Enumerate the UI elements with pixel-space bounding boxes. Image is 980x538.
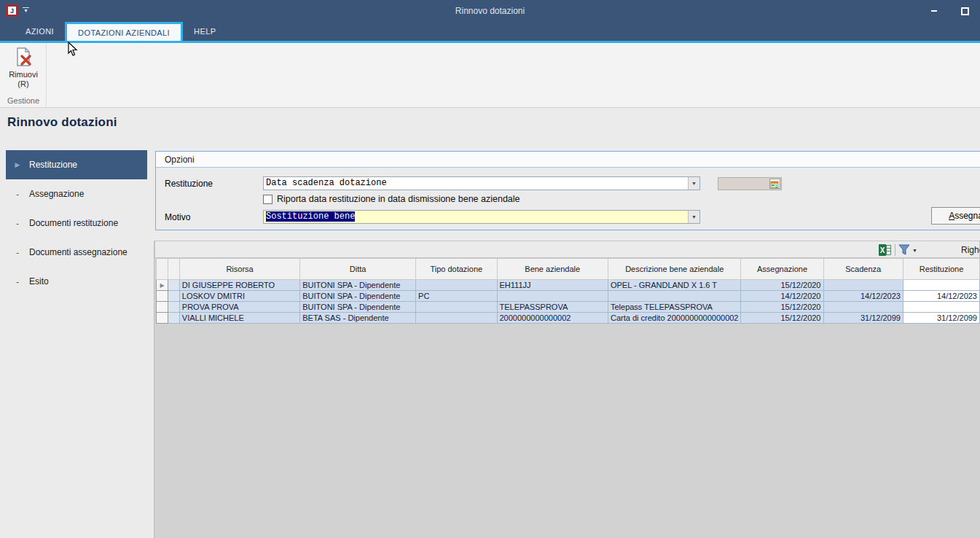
- excel-export-icon[interactable]: X: [879, 244, 891, 256]
- options-panel-title: Opzioni: [156, 152, 980, 168]
- sidebar-item[interactable]: ▶ Restituzione: [6, 150, 147, 179]
- column-header[interactable]: Scadenza: [823, 259, 903, 280]
- table-row[interactable]: VIALLI MICHELEBETA SAS - Dipendente20000…: [157, 313, 980, 324]
- grid-cell-risorsa[interactable]: LOSKOV DMITRI: [179, 291, 299, 302]
- grid-cell-bene[interactable]: [497, 291, 608, 302]
- grid-cell-assegnazione[interactable]: 15/12/2020: [741, 280, 823, 291]
- sidebar-item[interactable]: - Documenti restituzione: [6, 208, 147, 238]
- sidebar-item-label: Esito: [29, 276, 49, 286]
- date-field-disabled: [718, 177, 782, 190]
- maximize-button[interactable]: [954, 0, 976, 22]
- row-selector-cell[interactable]: ▶: [157, 280, 168, 291]
- grid-cell-risorsa[interactable]: PROVA PROVA: [179, 302, 299, 313]
- grid-cell-tipo[interactable]: [416, 280, 497, 291]
- grid-cell-scadenza[interactable]: [823, 280, 903, 291]
- grid-cell-scadenza[interactable]: [823, 302, 903, 313]
- lookup-calendar-icon[interactable]: [769, 179, 780, 189]
- grid-cell-scadenza[interactable]: 31/12/2099: [823, 313, 903, 324]
- grid-cell-risorsa[interactable]: VIALLI MICHELE: [179, 313, 299, 324]
- minimize-button[interactable]: [923, 0, 945, 22]
- grid-cell-restituzione[interactable]: [903, 302, 979, 313]
- minimize-icon: [931, 10, 937, 12]
- restituzione-value: Data scadenza dotazione: [264, 177, 688, 190]
- chevron-down-icon[interactable]: ▼: [688, 177, 699, 190]
- column-header[interactable]: Assegnazione: [741, 259, 823, 280]
- grid-area: X ▼ Righe RisorsaDittaTipo dotazioneBene…: [154, 241, 980, 538]
- grid-header-row: RisorsaDittaTipo dotazioneBene aziendale…: [157, 259, 980, 280]
- grid-cell-descrizione[interactable]: OPEL - GRANDLAND X 1.6 T: [608, 280, 741, 291]
- grid-cell-risorsa[interactable]: DI GIUSEPPE ROBERTO: [179, 280, 299, 291]
- grid-cell-bene[interactable]: TELEPASSPROVA: [497, 302, 608, 313]
- sidebar-item[interactable]: - Documenti assegnazione: [6, 238, 147, 267]
- grid-cell-bene[interactable]: 2000000000000002: [497, 313, 608, 324]
- chevron-down-icon[interactable]: ▼: [688, 211, 699, 223]
- sidebar-item-marker-icon: -: [12, 190, 23, 198]
- grid-cell-assegnazione[interactable]: 15/12/2020: [741, 302, 823, 313]
- grid-cell-descrizione[interactable]: Telepass TELEPASSPROVA: [608, 302, 741, 313]
- sidebar-item-marker-icon: -: [12, 219, 23, 227]
- grid-cell-ditta[interactable]: BETA SAS - Dipendente: [300, 313, 416, 324]
- grid-cell-restituzione[interactable]: 31/12/2099: [903, 313, 979, 324]
- column-header[interactable]: Risorsa: [179, 259, 299, 280]
- grid-cell-restituzione[interactable]: 14/12/2023: [903, 291, 979, 302]
- row-indicator-header: [168, 259, 179, 280]
- grid-cell-assegnazione[interactable]: 14/12/2020: [741, 291, 823, 302]
- table-row[interactable]: ▶ DI GIUSEPPE ROBERTOBUITONI SPA - Dipen…: [157, 280, 980, 291]
- grid-cell-ditta[interactable]: BUITONI SPA - Dipendente: [300, 280, 416, 291]
- row-selector-header: [157, 259, 168, 280]
- grid-cell-tipo[interactable]: PC: [416, 291, 497, 302]
- table-row[interactable]: LOSKOV DMITRIBUITONI SPA - DipendentePC1…: [157, 291, 980, 302]
- assegna-button[interactable]: Assegna: [931, 207, 980, 225]
- column-header[interactable]: Bene aziendale: [497, 259, 608, 280]
- column-header[interactable]: Restituzione: [903, 259, 979, 280]
- grid-cell-ditta[interactable]: BUITONI SPA - Dipendente: [300, 291, 416, 302]
- ribbon-tab[interactable]: AZIONI: [15, 22, 65, 41]
- row-selector-cell[interactable]: [157, 313, 168, 324]
- app-window: J ▼ Rinnovo dotazioni AZIONIDOTAZIONI AZ…: [0, 0, 980, 538]
- ribbon-group-gestione: Rimuovi (R) Gestione: [0, 43, 47, 107]
- sidebar-item[interactable]: - Esito: [6, 267, 147, 296]
- column-header[interactable]: Tipo dotazione: [416, 259, 497, 280]
- column-header[interactable]: Descrizione bene aziendale: [608, 259, 741, 280]
- motivo-combobox[interactable]: Sostituzione bene ▼: [263, 210, 700, 224]
- filter-dropdown-caret-icon[interactable]: ▼: [912, 248, 917, 253]
- grid-cell-descrizione[interactable]: Carta di credito 2000000000000002: [608, 313, 741, 324]
- row-indicator-cell: [168, 313, 179, 324]
- sidebar-item[interactable]: - Assegnazione: [6, 179, 147, 208]
- grid-cell-assegnazione[interactable]: 15/12/2020: [741, 313, 823, 324]
- grid-cell-ditta[interactable]: BUITONI SPA - Dipendente: [300, 302, 416, 313]
- sidebar-item-label: Assegnazione: [29, 189, 84, 199]
- remove-document-icon: [12, 47, 34, 69]
- riporta-data-checkbox[interactable]: [263, 195, 273, 204]
- grid-cell-tipo[interactable]: [416, 313, 497, 324]
- rimuovi-button[interactable]: Rimuovi (R): [0, 45, 47, 93]
- column-header[interactable]: Ditta: [300, 259, 416, 280]
- grid-cell-scadenza[interactable]: 14/12/2023: [823, 291, 903, 302]
- dotazioni-table: RisorsaDittaTipo dotazioneBene aziendale…: [156, 258, 980, 324]
- grid-cell-descrizione[interactable]: [608, 291, 741, 302]
- grid-body: ▶ DI GIUSEPPE ROBERTOBUITONI SPA - Dipen…: [157, 280, 980, 324]
- restituzione-label: Restituzione: [165, 179, 213, 189]
- page-title: Rinnovo dotazioni: [7, 115, 117, 130]
- row-selector-cell[interactable]: [157, 302, 168, 313]
- options-panel: Opzioni Restituzione Data scadenza dotaz…: [155, 151, 980, 230]
- restituzione-combobox[interactable]: Data scadenza dotazione ▼: [263, 176, 700, 190]
- table-row[interactable]: PROVA PROVABUITONI SPA - DipendenteTELEP…: [157, 302, 980, 313]
- filter-icon[interactable]: [898, 244, 910, 256]
- row-indicator-cell: [168, 291, 179, 302]
- ribbon-tab[interactable]: HELP: [183, 22, 227, 41]
- grid-cell-restituzione[interactable]: [903, 280, 979, 291]
- rimuovi-label-line1: Rimuovi: [0, 70, 47, 79]
- row-selector-cell[interactable]: [157, 291, 168, 302]
- grid-toolbar: X ▼ Righe: [154, 241, 980, 258]
- ribbon-group-label: Gestione: [0, 96, 47, 105]
- ribbon-tab[interactable]: DOTAZIONI AZIENDALI: [65, 22, 183, 41]
- sidebar-item-marker-icon: -: [12, 248, 23, 257]
- sidebar-item-marker-icon: -: [12, 277, 23, 286]
- grid-cell-tipo[interactable]: [416, 302, 497, 313]
- riporta-data-checkbox-label: Riporta data restituzione in data dismis…: [277, 194, 520, 204]
- ribbon-tab-bar: AZIONIDOTAZIONI AZIENDALIHELP: [0, 22, 980, 41]
- grid-cell-bene[interactable]: EH111JJ: [497, 280, 608, 291]
- sidebar-item-marker-icon: ▶: [12, 161, 23, 168]
- sidebar-item-label: Documenti restituzione: [29, 218, 118, 228]
